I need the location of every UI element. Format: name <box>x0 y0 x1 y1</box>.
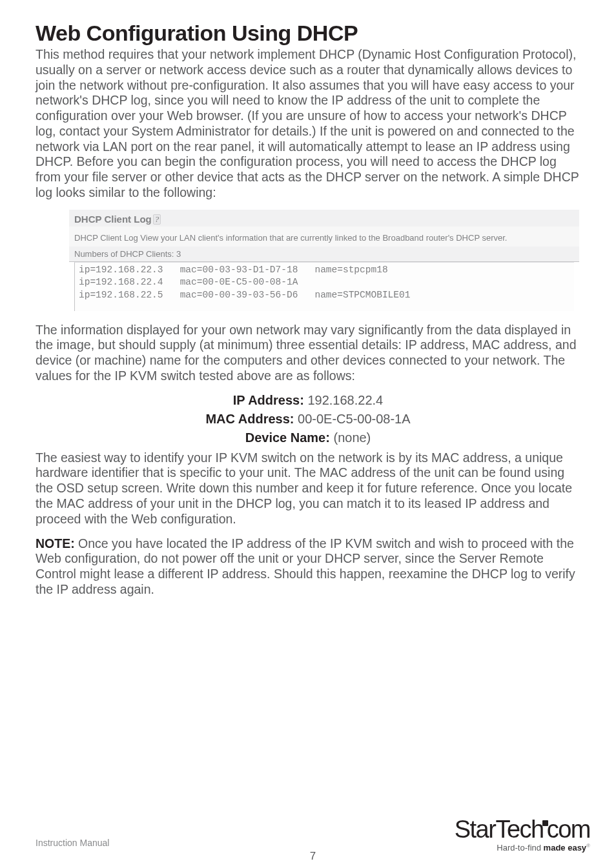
note-paragraph: NOTE: Once you have located the IP addre… <box>36 536 580 598</box>
screenshot-client-count: Numbers of DHCP Clients: 3 <box>69 247 579 262</box>
ip-address-value: 192.168.22.4 <box>307 393 383 407</box>
client-count-label: Numbers of DHCP Clients: <box>74 249 176 259</box>
footer-left-text: Instruction Manual <box>36 838 109 848</box>
note-label: NOTE: <box>36 536 78 550</box>
screenshot-subtitle: DHCP Client Log View your LAN client's i… <box>69 227 579 247</box>
screenshot-log-body: ip=192.168.22.3 mac=00-03-93-D1-D7-18 na… <box>74 262 574 311</box>
logo-part-tech: Tech <box>495 816 543 843</box>
page-footer: Instruction Manual 7 StarTechcom Hard-to… <box>36 837 590 849</box>
mac-address-label: MAC Address: <box>205 412 298 426</box>
mac-address-value: 00-0E-C5-00-08-1A <box>298 412 411 426</box>
registered-mark: ® <box>586 843 590 849</box>
values-block: IP Address: 192.168.22.4 MAC Address: 00… <box>36 393 580 445</box>
note-body: Once you have located the IP address of … <box>36 536 575 596</box>
tagline-a: Hard-to-find <box>497 843 543 853</box>
ip-address-label: IP Address: <box>233 393 308 407</box>
tagline-b: made easy <box>544 843 587 853</box>
identify-paragraph: The easiest way to identify your IP KVM … <box>36 450 580 527</box>
intro-paragraph: This method requires that your network i… <box>36 47 580 201</box>
help-icon: ? <box>153 214 161 225</box>
brand-logo: StarTechcom Hard-to-find made easy® <box>455 817 590 853</box>
logo-part-com: com <box>547 816 590 843</box>
page-heading: Web Configuration Using DHCP <box>36 21 580 46</box>
dhcp-log-screenshot: DHCP Client Log ? DHCP Client Log View y… <box>69 210 579 311</box>
client-count-value: 3 <box>176 249 181 259</box>
device-name-label: Device Name: <box>245 430 334 445</box>
screenshot-title: DHCP Client Log <box>74 214 152 225</box>
logo-part-star: Star <box>455 816 496 843</box>
device-name-value: (none) <box>333 430 371 445</box>
explanation-paragraph: The information displayed for your own n… <box>36 323 580 384</box>
